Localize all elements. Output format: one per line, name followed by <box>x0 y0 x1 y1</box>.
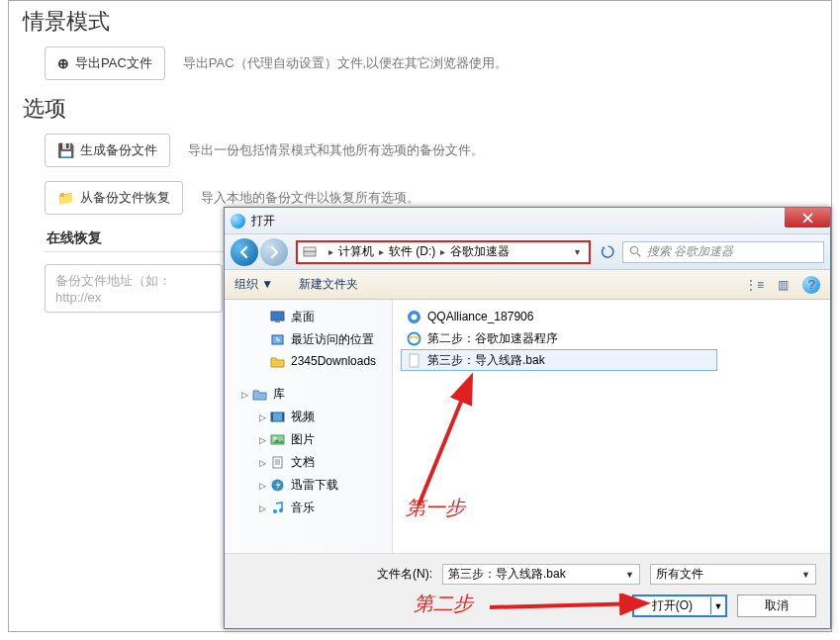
export-pac-desc: 导出PAC（代理自动设置）文件,以便在其它浏览器使用。 <box>183 54 508 72</box>
export-pac-button[interactable]: ⊕ 导出PAC文件 <box>45 46 165 80</box>
file-item[interactable]: QQAlliance_187906 <box>401 306 822 327</box>
button-label: 导出PAC文件 <box>75 54 152 72</box>
restore-local-button[interactable]: 📁 从备份文件恢复 <box>45 181 183 215</box>
desktop-icon <box>269 311 285 324</box>
thunder-icon <box>269 479 285 493</box>
file-list[interactable]: QQAlliance_187906第二步：谷歌加速器程序第三步：导入线路.bak <box>393 300 830 553</box>
search-icon <box>629 245 642 258</box>
tree-item[interactable]: ▷视频 <box>229 406 388 428</box>
svg-rect-1 <box>304 247 316 251</box>
svg-rect-7 <box>271 412 273 421</box>
toolbar: 组织 ▼ 新建文件夹 ⋮≡ ▥ ? <box>225 270 830 300</box>
open-button-label: 打开(O) <box>634 597 711 614</box>
dialog-titlebar: 打开 <box>225 208 830 234</box>
tree-item[interactable]: ▷迅雷下载 <box>229 474 388 497</box>
filename-value: 第三步：导入线路.bak <box>448 566 566 583</box>
music-icon <box>269 502 285 515</box>
crumb-drive[interactable]: 软件 (D:) <box>389 243 435 260</box>
view-layout-button[interactable]: ▥ <box>778 278 789 292</box>
file-item[interactable]: 第二步：谷歌加速器程序 <box>401 327 822 349</box>
tree-item-label: 视频 <box>291 409 315 425</box>
crumb-folder[interactable]: 谷歌加速器 <box>450 243 510 260</box>
chevron-down-icon[interactable]: ▼ <box>625 570 634 580</box>
file-item[interactable]: 第三步：导入线路.bak <box>401 349 717 371</box>
generate-backup-button[interactable]: 💾 生成备份文件 <box>45 134 170 167</box>
filter-label: 所有文件 <box>656 566 703 583</box>
video-icon <box>269 411 285 424</box>
svg-point-10 <box>273 437 276 440</box>
chevron-down-icon[interactable]: ▼ <box>801 570 810 580</box>
tree-item[interactable]: ▷库 <box>229 383 388 406</box>
refresh-button[interactable] <box>597 242 618 262</box>
svg-rect-3 <box>271 312 284 320</box>
save-icon: 💾 <box>57 143 74 157</box>
organize-menu[interactable]: 组织 ▼ <box>234 277 273 291</box>
svg-point-13 <box>273 509 277 513</box>
breadcrumb-sep-icon: ▸ <box>440 246 445 257</box>
restore-local-desc: 导入本地的备份文件以恢复所有选项。 <box>201 189 420 207</box>
tree-item[interactable]: 桌面 <box>229 306 388 328</box>
filetype-select[interactable]: 所有文件 ▼ <box>650 564 816 585</box>
svg-point-14 <box>279 508 283 512</box>
button-label: 生成备份文件 <box>80 141 157 159</box>
new-folder-button[interactable]: 新建文件夹 <box>299 277 358 291</box>
breadcrumb[interactable]: ▸ 计算机 ▸ 软件 (D:) ▸ 谷歌加速器 ▾ <box>296 240 591 264</box>
svg-point-2 <box>630 246 637 253</box>
scene-mode-heading: 情景模式 <box>23 7 831 37</box>
svg-rect-4 <box>275 320 280 322</box>
qq-icon <box>406 309 421 324</box>
document-icon <box>269 456 285 470</box>
breadcrumb-drop-icon[interactable]: ▾ <box>575 246 580 257</box>
nav-back-button[interactable] <box>231 238 258 266</box>
folder-icon: 📁 <box>57 191 74 205</box>
app-icon <box>231 214 245 229</box>
tree-item-label: 音乐 <box>291 500 315 516</box>
tree-item[interactable]: ▷图片 <box>229 428 388 451</box>
tree-item-label: 库 <box>273 386 285 403</box>
breadcrumb-sep-icon: ▸ <box>379 246 384 257</box>
svg-rect-18 <box>410 354 419 367</box>
folder-tree[interactable]: 桌面最近访问的位置2345Downloads▷库▷视频▷图片▷文档▷迅雷下载▷音… <box>225 300 393 553</box>
search-input[interactable]: 搜索 谷歌加速器 <box>622 241 824 263</box>
cancel-button[interactable]: 取消 <box>737 594 816 617</box>
dialog-footer: 文件名(N): 第三步：导入线路.bak ▼ 所有文件 ▼ 打开(O) ▼ 取消 <box>225 553 830 628</box>
tree-item-label: 2345Downloads <box>291 354 376 368</box>
restore-online-input[interactable]: 备份文件地址（如：http://ex <box>45 264 223 313</box>
tree-item-label: 图片 <box>291 431 315 448</box>
view-list-button[interactable]: ⋮≡ <box>745 278 764 292</box>
filename-label: 文件名(N): <box>377 566 432 583</box>
arrow-left-icon <box>237 245 251 259</box>
close-icon <box>802 213 813 224</box>
download-icon: ⊕ <box>57 56 69 70</box>
svg-rect-8 <box>282 412 284 421</box>
options-heading: 选项 <box>23 94 831 124</box>
tree-item[interactable]: ▷文档 <box>229 451 388 474</box>
ie-icon <box>406 330 421 346</box>
tree-item[interactable]: 最近访问的位置 <box>229 328 388 351</box>
open-button[interactable]: 打开(O) ▼ <box>632 594 727 617</box>
help-button[interactable]: ? <box>802 276 820 294</box>
svg-point-16 <box>411 314 417 320</box>
crumb-computer[interactable]: 计算机 <box>338 243 374 260</box>
recent-icon <box>269 333 285 347</box>
open-file-dialog: 打开 ▸ 计算机 ▸ 软件 (D:) ▸ 谷歌加速器 ▾ 搜索 <box>224 207 831 629</box>
refresh-icon <box>601 244 615 259</box>
filename-input[interactable]: 第三步：导入线路.bak ▼ <box>442 564 640 585</box>
blank-icon <box>406 352 421 368</box>
navigation-bar: ▸ 计算机 ▸ 软件 (D:) ▸ 谷歌加速器 ▾ 搜索 谷歌加速器 <box>225 234 830 270</box>
file-item-label: QQAlliance_187906 <box>427 310 533 323</box>
library-icon <box>251 388 267 402</box>
arrow-right-icon <box>267 245 281 259</box>
tree-item-label: 文档 <box>291 454 315 471</box>
chevron-down-icon[interactable]: ▼ <box>711 601 725 611</box>
file-item-label: 第二步：谷歌加速器程序 <box>427 330 558 347</box>
drive-icon <box>302 245 318 259</box>
close-button[interactable] <box>785 208 830 228</box>
svg-rect-0 <box>304 251 316 256</box>
generate-backup-desc: 导出一份包括情景模式和其他所有选项的备份文件。 <box>188 141 484 159</box>
tree-item[interactable]: ▷音乐 <box>229 497 388 519</box>
nav-forward-button[interactable] <box>260 238 288 266</box>
button-label: 从备份文件恢复 <box>80 189 170 207</box>
tree-item[interactable]: 2345Downloads <box>229 351 388 371</box>
tree-item-label: 迅雷下载 <box>291 477 338 494</box>
